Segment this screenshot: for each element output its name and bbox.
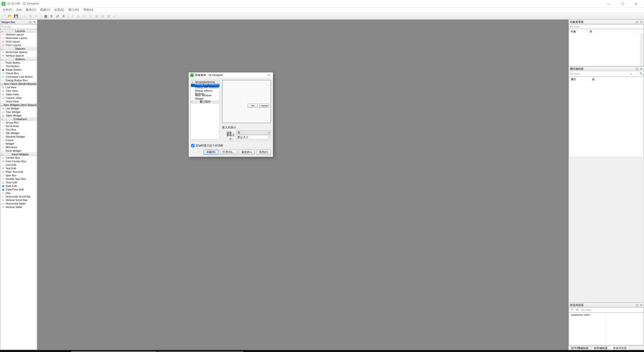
widget-item[interactable]: ≡Horizontal Layout: [1, 36, 37, 40]
dock-float-icon[interactable]: ◫: [28, 20, 32, 24]
dialog-title-bar[interactable]: 新建窗体 - Qt Designer ✕: [189, 72, 273, 78]
close-button[interactable]: 关闭(C): [256, 150, 271, 155]
template-tree[interactable]: ⌄templates\forms Dialog with Buttons ...…: [191, 80, 220, 139]
menu-item[interactable]: 帮助(H): [82, 8, 95, 12]
widget-category[interactable]: ⌄Item Views (Model-Based): [1, 82, 37, 86]
widget-item[interactable]: ▭Frame: [1, 138, 37, 142]
tree-group-widgets[interactable]: ›窗口部件: [191, 100, 219, 104]
screen-size-select[interactable]: 默认大小: [236, 135, 271, 139]
widget-item[interactable]: ▭Push Button: [1, 61, 37, 64]
widget-item[interactable]: ▦Date/Time Edit: [1, 188, 37, 191]
class-column-header[interactable]: 类: [588, 29, 594, 33]
tab-signal-slot[interactable]: 信号/槽编辑器: [569, 346, 591, 350]
windows-taskbar[interactable]: [0, 350, 644, 352]
widget-item[interactable]: ≣List View: [1, 86, 37, 89]
widget-item[interactable]: ☑Check Box: [1, 71, 37, 75]
adjust-size-icon[interactable]: ⤢: [112, 13, 117, 19]
object-column-header[interactable]: 对象: [569, 29, 588, 33]
redo-icon[interactable]: ↻: [28, 13, 33, 19]
resource-filter-input[interactable]: [580, 308, 643, 312]
new-file-icon[interactable]: 📄: [1, 13, 7, 19]
widget-item[interactable]: ⊞Tree View: [1, 89, 37, 93]
widget-item[interactable]: ◴Dial: [1, 191, 37, 195]
widget-category[interactable]: ⌄Input Widgets: [1, 152, 37, 156]
property-settings-icon[interactable]: 🔧: [638, 72, 643, 76]
layout-hsplit-icon[interactable]: ⫼: [82, 13, 87, 19]
reload-resources-icon[interactable]: ⟳: [575, 308, 580, 312]
resource-root[interactable]: <resource root>: [571, 313, 590, 316]
widget-category[interactable]: ⌄Containers: [1, 117, 37, 121]
tab-resource-browser[interactable]: 资源浏览器: [610, 346, 629, 350]
widget-item[interactable]: ▭Tab Widget: [1, 131, 37, 135]
dock-close-icon[interactable]: ✕: [639, 20, 643, 24]
widget-item[interactable]: ⇕Vertical Slider: [1, 205, 37, 209]
dialog-close-icon[interactable]: ✕: [266, 73, 271, 77]
widget-item[interactable]: ▭Dialog Button Box: [1, 79, 37, 82]
widget-item[interactable]: ▦Date Edit: [1, 184, 37, 188]
widget-item[interactable]: AText Edit: [1, 167, 37, 170]
menu-item[interactable]: 窗口(W): [67, 8, 80, 12]
dock-close-icon[interactable]: ✕: [32, 20, 36, 24]
widget-item[interactable]: ⊞Tree Widget: [1, 110, 37, 114]
open-file-icon[interactable]: 📂: [7, 13, 13, 19]
save-file-icon[interactable]: 💾: [13, 13, 19, 19]
create-button[interactable]: 创建(R): [204, 150, 218, 155]
widget-item[interactable]: ▭MDI Area: [1, 145, 37, 149]
widget-item[interactable]: ⇳Spin Box: [1, 174, 37, 177]
dock-float-icon[interactable]: ◫: [635, 303, 639, 307]
widget-category[interactable]: ⌄Layouts: [1, 29, 37, 33]
edit-tab-order-icon[interactable]: #: [61, 13, 66, 19]
device-select[interactable]: 无: [236, 131, 271, 135]
widget-item[interactable]: ◉Radio Button: [1, 68, 37, 71]
widget-item[interactable]: ⊞Table View: [1, 93, 37, 96]
object-inspector-tree[interactable]: 对象 类: [569, 29, 644, 66]
menu-item[interactable]: Edit: [15, 8, 23, 12]
edit-signals-icon[interactable]: ↯: [49, 13, 54, 19]
dock-float-icon[interactable]: ◫: [635, 20, 639, 24]
widget-item[interactable]: ▭Tool Box: [1, 128, 37, 131]
layout-vsplit-icon[interactable]: ⫿: [88, 13, 93, 19]
tab-action-editor[interactable]: 动作编辑器: [591, 346, 610, 350]
show-on-startup-checkbox[interactable]: [191, 144, 194, 147]
value-column-header[interactable]: 值: [590, 77, 596, 81]
tree-group-templates[interactable]: ⌄templates\forms: [191, 80, 219, 84]
widget-box-filter-input[interactable]: [0, 24, 37, 29]
widget-item[interactable]: ◷Time Edit: [1, 181, 37, 184]
add-dynamic-property-icon[interactable]: ＋: [628, 72, 633, 76]
undo-icon[interactable]: ⎌: [22, 13, 27, 19]
recent-button[interactable]: 最近的: [239, 150, 255, 155]
widget-item[interactable]: ▾Combo Box: [1, 156, 37, 160]
widget-item[interactable]: ⇔Horizontal Scroll Bar: [1, 195, 37, 198]
dock-float-icon[interactable]: ◫: [635, 67, 639, 71]
widget-item[interactable]: ▭Line Edit: [1, 163, 37, 167]
resource-tree[interactable]: <resource root>: [569, 312, 644, 345]
widget-item[interactable]: ⊞Table Widget: [1, 114, 37, 117]
menu-item[interactable]: 设置(S): [53, 8, 66, 12]
widget-item[interactable]: ▭Group Box: [1, 121, 37, 124]
widget-item[interactable]: ▭Dock Widget: [1, 149, 37, 152]
widget-item[interactable]: ≡Vertical Layout: [1, 33, 37, 36]
widget-category[interactable]: ⌄Spacers: [1, 47, 37, 50]
window-minimize-icon[interactable]: —: [605, 1, 613, 6]
cut-icon[interactable]: ✂: [34, 13, 39, 19]
menu-item[interactable]: 窗体(O): [24, 8, 37, 12]
dock-close-icon[interactable]: ✕: [639, 303, 643, 307]
layout-grid-icon[interactable]: ⊞: [94, 13, 99, 19]
edit-buddies-icon[interactable]: ⇄: [55, 13, 60, 19]
window-maximize-icon[interactable]: ☐: [619, 1, 626, 6]
property-column-header[interactable]: 属性: [569, 77, 590, 81]
widget-item[interactable]: ⇔Horizontal Slider: [1, 202, 37, 205]
widget-item[interactable]: ▭Widget: [1, 142, 37, 145]
widget-item[interactable]: ⊞Grid Layout: [1, 40, 37, 43]
widget-category[interactable]: ⌄Item Widgets (Item-Based): [1, 103, 37, 107]
edit-resources-icon[interactable]: ✎: [569, 308, 575, 312]
widget-item[interactable]: ▭Tool Button: [1, 64, 37, 68]
menu-item[interactable]: 视图(V): [38, 8, 52, 12]
menu-item[interactable]: 文件(F): [1, 8, 14, 12]
widget-item[interactable]: AFont Combo Box: [1, 160, 37, 163]
widget-item[interactable]: ⇔Horizontal Spacer: [1, 50, 37, 54]
widget-category[interactable]: ⌄Buttons: [1, 57, 37, 61]
property-filter-input[interactable]: [569, 71, 628, 76]
widget-item[interactable]: ⇕Vertical Spacer: [1, 54, 37, 57]
widget-item[interactable]: ⊟Form Layout: [1, 43, 37, 47]
